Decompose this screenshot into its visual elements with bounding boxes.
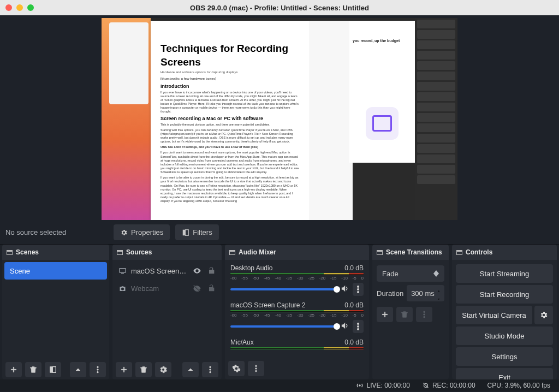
exit-button[interactable]: Exit	[456, 368, 553, 379]
studio-mode-button[interactable]: Studio Mode	[456, 326, 553, 345]
duration-label: Duration	[377, 289, 403, 298]
kebab-icon	[357, 323, 359, 330]
gear-icon	[159, 365, 168, 374]
visibility-toggle[interactable]	[192, 284, 202, 293]
properties-label: Properties	[131, 228, 163, 236]
audio-meter	[230, 310, 364, 312]
mute-button[interactable]	[340, 321, 349, 332]
controls-header[interactable]: Controls	[452, 245, 557, 260]
svg-point-18	[255, 368, 257, 370]
transitions-dock: Scene Transitions Fade Duration 300 ms	[372, 245, 449, 379]
transitions-header[interactable]: Scene Transitions	[372, 245, 449, 260]
settings-button[interactable]: Settings	[456, 347, 553, 366]
status-cpu-text: CPU: 3.9%, 60.00 fps	[487, 382, 550, 389]
scenes-title: Scenes	[16, 248, 39, 256]
svg-point-19	[255, 370, 257, 372]
source-row[interactable]: macOS Screen Capture	[112, 262, 222, 280]
duration-value: 300 ms	[411, 289, 435, 298]
doc-paragraph: This is probably the most obvious option…	[160, 123, 299, 127]
properties-button[interactable]: Properties	[114, 224, 170, 240]
volume-slider[interactable]	[230, 288, 337, 290]
speaker-icon	[340, 284, 349, 293]
status-live: LIVE: 00:00:00	[356, 382, 409, 389]
volume-slider[interactable]	[230, 325, 337, 328]
kebab-icon	[93, 365, 102, 374]
svg-point-15	[357, 325, 359, 328]
gear-icon	[539, 311, 548, 319]
remove-scene-button[interactable]	[25, 362, 41, 377]
svg-point-17	[255, 365, 257, 367]
filters-button[interactable]: Filters	[175, 224, 218, 240]
add-source-button[interactable]	[116, 362, 132, 377]
svg-point-4	[97, 366, 99, 368]
mixer-dock: Audio Mixer Desktop Audio 0.0 dB -60-55-…	[225, 245, 369, 379]
mixer-channel: Mic/Aux 0.0 dB	[225, 336, 369, 353]
start-recording-button[interactable]: Start Recording	[456, 285, 553, 304]
source-up-button[interactable]	[182, 362, 199, 377]
svg-point-16	[357, 328, 359, 330]
svg-rect-3	[52, 367, 56, 373]
scene-up-button[interactable]	[70, 362, 86, 377]
lock-toggle[interactable]	[206, 284, 216, 293]
controls-title: Controls	[466, 248, 492, 256]
filters-icon	[49, 365, 57, 374]
filters-label: Filters	[193, 228, 212, 236]
remove-transition-button[interactable]	[396, 307, 413, 322]
transition-more-button[interactable]	[416, 307, 432, 322]
remove-source-button[interactable]	[135, 362, 152, 377]
scenes-header[interactable]: Scenes	[2, 245, 109, 260]
transition-select[interactable]: Fade	[377, 265, 444, 282]
duration-input[interactable]: 300 ms	[407, 285, 444, 301]
add-transition-button[interactable]	[377, 307, 393, 322]
mixer-db: 0.0 dB	[344, 301, 364, 309]
display-icon	[118, 267, 127, 275]
mixer-db: 0.0 dB	[344, 338, 364, 346]
status-live-text: LIVE: 00:00:00	[366, 382, 409, 389]
eye-off-icon	[193, 284, 201, 293]
stepper-chevrons[interactable]	[438, 285, 440, 301]
visibility-toggle[interactable]	[192, 266, 202, 275]
virtual-camera-settings-button[interactable]	[534, 306, 553, 324]
add-scene-button[interactable]	[5, 362, 22, 377]
mixer-more-button[interactable]	[353, 320, 364, 333]
scene-filter-button[interactable]	[45, 362, 61, 377]
unlock-icon	[207, 266, 216, 275]
mixer-audio-settings-button[interactable]	[228, 361, 245, 376]
source-more-button[interactable]	[202, 362, 218, 377]
mixer-name: Desktop Audio	[230, 264, 272, 272]
mute-button[interactable]	[340, 284, 349, 295]
start-virtual-camera-button[interactable]: Start Virtual Camera	[456, 306, 532, 324]
scene-row[interactable]: Scene	[4, 262, 107, 280]
eye-icon	[193, 266, 201, 275]
svg-rect-7	[119, 268, 125, 272]
speaker-icon	[340, 321, 349, 330]
plus-icon	[120, 365, 128, 374]
sources-header[interactable]: Sources	[112, 245, 222, 260]
chevron-up-icon	[186, 365, 195, 374]
start-streaming-button[interactable]: Start Streaming	[456, 264, 553, 283]
preview-area[interactable]: Techniques for Recording Screens Hardwar…	[0, 15, 559, 221]
mixer-db: 0.0 dB	[344, 264, 364, 272]
mixer-more-button[interactable]	[353, 283, 364, 296]
lock-toggle[interactable]	[206, 266, 216, 275]
window-titlebar: OBS 29.0.0 (mac) - Profile: Untitled - S…	[0, 0, 559, 15]
svg-point-21	[424, 314, 425, 316]
trash-icon	[139, 365, 148, 374]
trash-icon	[400, 310, 409, 319]
camera-icon	[118, 284, 127, 293]
kebab-icon	[206, 365, 215, 374]
svg-point-14	[357, 323, 359, 325]
svg-point-20	[424, 311, 425, 313]
mixer-header[interactable]: Audio Mixer	[225, 245, 369, 260]
audio-meter	[230, 273, 364, 275]
scene-more-button[interactable]	[90, 362, 106, 377]
meter-ticks: -60-55-50-45-40-35-30-25-20-15-10-50	[230, 313, 364, 318]
filters-icon	[182, 229, 189, 236]
doc-paragraph: Starting with free options, you can cert…	[160, 128, 299, 144]
scenes-dock: Scenes Scene	[2, 245, 109, 379]
svg-point-10	[210, 371, 211, 373]
audio-meter	[230, 347, 364, 349]
source-row[interactable]: Webcam	[112, 280, 222, 297]
source-properties-button[interactable]	[155, 362, 171, 377]
mixer-more-global-button[interactable]	[248, 361, 264, 376]
